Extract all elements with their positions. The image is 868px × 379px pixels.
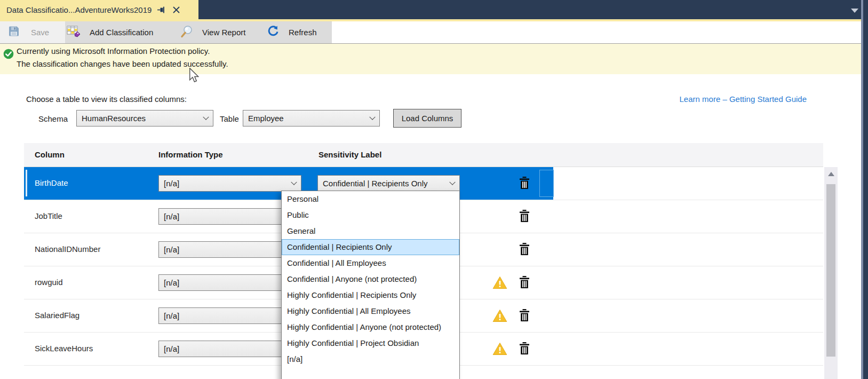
delete-classification-button[interactable] xyxy=(519,276,530,290)
table-value: Employee xyxy=(248,114,284,123)
information-type-value: [n/a] xyxy=(164,344,179,353)
add-classification-icon xyxy=(67,25,81,40)
information-type-select[interactable]: [n/a] xyxy=(158,274,301,291)
header-column: Column xyxy=(35,150,65,159)
delete-classification-button[interactable] xyxy=(519,210,530,224)
column-name: NationalIDNumber xyxy=(35,244,100,254)
table-select[interactable]: Employee xyxy=(243,110,380,127)
tab-strip: Data Classificatio...AdventureWorks2019 xyxy=(0,0,868,19)
tab-title: Data Classificatio...AdventureWorks2019 xyxy=(0,5,152,14)
column-name: SalariedFlag xyxy=(35,311,79,320)
warning-icon xyxy=(492,342,507,358)
refresh-label: Refresh xyxy=(289,28,317,37)
delete-classification-button[interactable] xyxy=(519,309,530,323)
delete-classification-button[interactable] xyxy=(519,243,530,257)
dropdown-item[interactable]: Confidential | Anyone (not protected) xyxy=(282,271,459,287)
schema-value: HumanResources xyxy=(82,114,146,123)
information-type-select[interactable]: [n/a] xyxy=(158,208,301,225)
information-type-value: [n/a] xyxy=(164,245,179,254)
status-banner: Currently using Microsoft Information Pr… xyxy=(0,44,868,74)
dropdown-item[interactable]: Confidential | All Employees xyxy=(282,255,459,271)
information-type-value: [n/a] xyxy=(164,278,179,287)
information-type-select[interactable]: [n/a] xyxy=(158,175,301,192)
column-name: SickLeaveHours xyxy=(35,344,93,353)
sensitivity-label-value: Confidential | Recipients Only xyxy=(323,179,428,188)
sensitivity-label-dropdown: PersonalPublicGeneralConfidential | Reci… xyxy=(281,191,460,379)
save-button[interactable]: Save xyxy=(7,21,49,43)
learn-more-link[interactable]: Learn more – Getting Started Guide xyxy=(680,94,807,104)
delete-classification-button[interactable] xyxy=(519,342,530,356)
dropdown-item[interactable]: Highly Confidential | Recipients Only xyxy=(282,287,459,303)
scrollbar-up-arrow[interactable] xyxy=(828,172,834,176)
dropdown-item[interactable]: [n/a] xyxy=(282,351,459,367)
view-report-icon xyxy=(180,25,194,41)
chevron-down-icon xyxy=(203,114,209,120)
toolbar: Save Add Classification View Report Refr… xyxy=(0,21,868,44)
save-label: Save xyxy=(31,28,49,37)
scrollbar-thumb[interactable] xyxy=(826,184,835,357)
dropdown-item[interactable]: Confidential | Recipients Only xyxy=(282,239,459,255)
information-type-select[interactable]: [n/a] xyxy=(158,241,301,258)
sensitivity-label-select[interactable]: Confidential | Recipients Only xyxy=(317,175,460,192)
warning-icon xyxy=(492,276,507,291)
information-type-select[interactable]: [n/a] xyxy=(158,307,301,324)
information-type-value: [n/a] xyxy=(164,179,179,188)
save-icon xyxy=(7,25,20,40)
grid-header: Column Information Type Sensitivity Labe… xyxy=(24,143,823,167)
banner-line-1: Currently using Microsoft Information Pr… xyxy=(17,46,210,56)
load-columns-button[interactable]: Load Columns xyxy=(393,109,461,128)
information-type-value: [n/a] xyxy=(164,212,179,221)
header-sensitivity-label: Sensitivity Label xyxy=(318,150,381,159)
dropdown-item[interactable]: Highly Confidential | All Employees xyxy=(282,303,459,319)
success-check-icon xyxy=(3,49,14,61)
choose-table-prompt: Choose a table to view its classified co… xyxy=(26,94,187,104)
chevron-down-icon xyxy=(291,179,297,185)
information-type-select[interactable]: [n/a] xyxy=(158,341,301,357)
selected-row-handle xyxy=(26,170,27,196)
close-icon[interactable] xyxy=(171,4,181,15)
tab-list-caret-icon[interactable] xyxy=(851,9,858,13)
add-classification-button[interactable]: Add Classification xyxy=(67,21,153,43)
mouse-cursor xyxy=(189,68,199,85)
document-tab[interactable]: Data Classificatio...AdventureWorks2019 xyxy=(0,0,198,19)
header-information-type: Information Type xyxy=(158,150,223,159)
dropdown-item[interactable]: General xyxy=(282,223,459,239)
schema-label: Schema xyxy=(38,114,68,123)
view-report-label: View Report xyxy=(202,28,245,37)
column-name: rowguid xyxy=(35,278,63,287)
add-classification-label: Add Classification xyxy=(90,28,153,37)
window-edge xyxy=(863,0,868,379)
banner-line-2: The classification changes have been upd… xyxy=(17,59,228,68)
dropdown-item[interactable]: Public xyxy=(282,207,459,223)
information-type-value: [n/a] xyxy=(164,311,179,320)
refresh-button[interactable]: Refresh xyxy=(267,21,317,43)
dropdown-item[interactable]: Highly Confidential | Project Obsidian xyxy=(282,335,459,351)
refresh-icon xyxy=(267,25,280,40)
warning-icon xyxy=(492,309,507,325)
table-label: Table xyxy=(220,114,239,123)
view-report-button[interactable]: View Report xyxy=(180,21,245,43)
column-name: JobTitle xyxy=(35,211,62,220)
chevron-down-icon xyxy=(369,114,375,120)
dropdown-item[interactable]: Personal xyxy=(282,191,459,207)
delete-classification-button[interactable] xyxy=(519,177,530,191)
schema-select[interactable]: HumanResources xyxy=(76,110,213,127)
chevron-down-icon xyxy=(449,179,455,185)
pin-icon[interactable] xyxy=(156,4,166,15)
column-name: BirthDate xyxy=(35,178,68,187)
row-focus-rectangle xyxy=(539,170,554,197)
dropdown-item[interactable]: Highly Confidential | Anyone (not protec… xyxy=(282,319,459,335)
